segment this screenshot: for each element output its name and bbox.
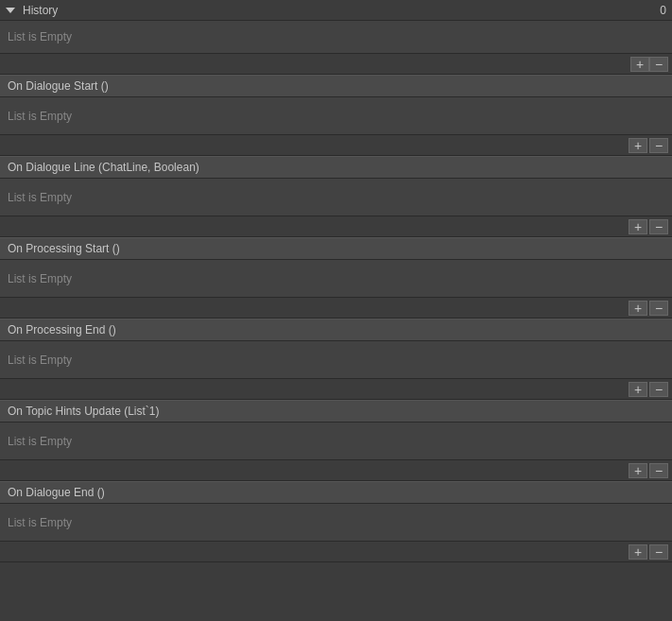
section-empty-on-processing-end: List is Empty xyxy=(8,354,72,367)
remove-button-on-dialogue-start[interactable]: − xyxy=(649,138,668,153)
section-on-dialogue-end: On Dialogue End () List is Empty + − xyxy=(0,481,672,562)
add-button-on-dialogue-start[interactable]: + xyxy=(629,138,647,153)
section-header-on-processing-start: On Processing Start () xyxy=(0,237,672,260)
history-header-left: History xyxy=(6,4,58,17)
section-title-on-topic-hints-update: On Topic Hints Update (List`1) xyxy=(8,405,160,418)
section-on-dialogue-line: On Dialogue Line (ChatLine, Boolean) Lis… xyxy=(0,156,672,237)
section-empty-on-dialogue-start: List is Empty xyxy=(8,110,72,123)
section-header-on-dialogue-start: On Dialogue Start () xyxy=(0,75,672,97)
section-body-on-processing-end: List is Empty xyxy=(0,341,672,379)
section-title-on-processing-start: On Processing Start () xyxy=(8,242,120,255)
section-empty-on-processing-start: List is Empty xyxy=(8,272,72,285)
section-on-dialogue-start: On Dialogue Start () List is Empty + − xyxy=(0,75,672,156)
section-header-on-processing-end: On Processing End () xyxy=(0,319,672,341)
section-empty-on-dialogue-end: List is Empty xyxy=(8,516,72,529)
section-on-topic-hints-update: On Topic Hints Update (List`1) List is E… xyxy=(0,400,672,481)
add-button-on-topic-hints-update[interactable]: + xyxy=(629,463,647,478)
history-count: 0 xyxy=(660,4,666,17)
section-empty-on-dialogue-line: List is Empty xyxy=(8,191,72,204)
section-body-on-topic-hints-update: List is Empty xyxy=(0,423,672,460)
collapse-icon[interactable] xyxy=(6,8,15,13)
action-bar-on-dialogue-line: + − xyxy=(0,216,672,237)
section-empty-on-topic-hints-update: List is Empty xyxy=(8,435,72,448)
action-bar-on-processing-start: + − xyxy=(0,298,672,319)
section-title-on-dialogue-start: On Dialogue Start () xyxy=(8,79,109,93)
top-action-bar: + − xyxy=(0,54,672,75)
main-container: History 0 List is Empty + − On Dialogue … xyxy=(0,0,672,562)
section-title-on-dialogue-end: On Dialogue End () xyxy=(8,486,105,499)
section-header-on-topic-hints-update: On Topic Hints Update (List`1) xyxy=(0,400,672,423)
top-add-button[interactable]: + xyxy=(630,57,649,72)
section-on-processing-end: On Processing End () List is Empty + − xyxy=(0,319,672,400)
add-button-on-dialogue-line[interactable]: + xyxy=(629,219,647,234)
section-body-on-dialogue-end: List is Empty xyxy=(0,504,672,542)
add-button-on-processing-start[interactable]: + xyxy=(629,301,647,316)
action-bar-on-processing-end: + − xyxy=(0,379,672,400)
top-list-empty-section: List is Empty xyxy=(0,21,672,54)
history-header: History 0 xyxy=(0,0,672,21)
section-body-on-processing-start: List is Empty xyxy=(0,260,672,298)
action-bar-on-topic-hints-update: + − xyxy=(0,460,672,481)
section-header-on-dialogue-end: On Dialogue End () xyxy=(0,481,672,504)
top-remove-button[interactable]: − xyxy=(649,57,668,72)
remove-button-on-dialogue-line[interactable]: − xyxy=(649,219,668,234)
section-title-on-processing-end: On Processing End () xyxy=(8,323,116,336)
remove-button-on-dialogue-end[interactable]: − xyxy=(649,544,668,560)
action-bar-on-dialogue-start: + − xyxy=(0,135,672,156)
top-list-empty-text: List is Empty xyxy=(8,30,72,43)
remove-button-on-processing-start[interactable]: − xyxy=(649,301,668,316)
section-body-on-dialogue-line: List is Empty xyxy=(0,179,672,216)
section-header-on-dialogue-line: On Dialogue Line (ChatLine, Boolean) xyxy=(0,156,672,179)
action-bar-on-dialogue-end: + − xyxy=(0,542,672,562)
remove-button-on-processing-end[interactable]: − xyxy=(649,382,668,397)
section-title-on-dialogue-line: On Dialogue Line (ChatLine, Boolean) xyxy=(8,161,199,174)
add-button-on-processing-end[interactable]: + xyxy=(629,382,647,397)
section-on-processing-start: On Processing Start () List is Empty + − xyxy=(0,237,672,319)
add-button-on-dialogue-end[interactable]: + xyxy=(629,544,647,560)
history-title: History xyxy=(23,4,58,17)
remove-button-on-topic-hints-update[interactable]: − xyxy=(649,463,668,478)
section-body-on-dialogue-start: List is Empty xyxy=(0,97,672,135)
sections-container: On Dialogue Start () List is Empty + − O… xyxy=(0,75,672,562)
